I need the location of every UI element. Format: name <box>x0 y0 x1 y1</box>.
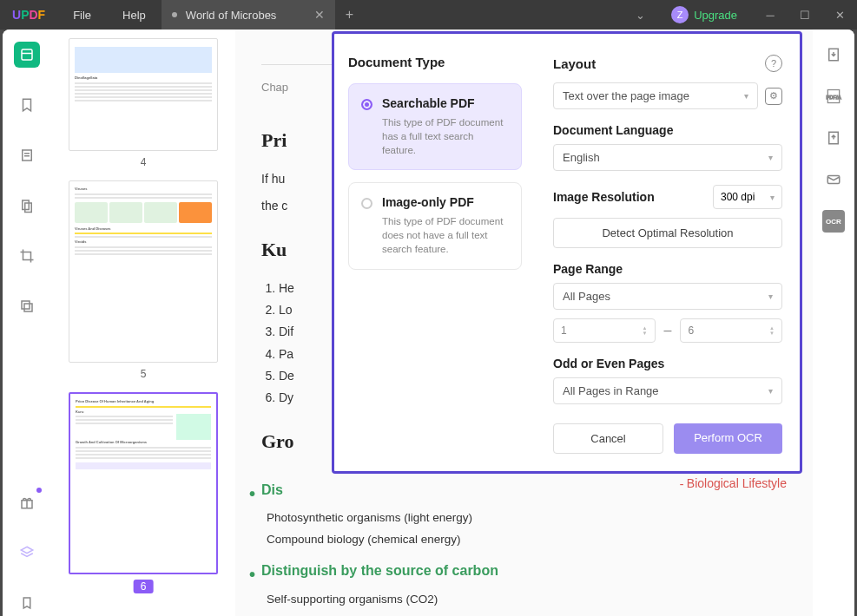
document-type-heading: Document Type <box>348 55 522 69</box>
handwritten-note: - Biological Lifestyle <box>680 473 787 495</box>
radio-icon <box>361 99 372 110</box>
page-from-input[interactable]: 1 ▲▼ <box>553 318 656 343</box>
export-icon[interactable] <box>822 43 845 66</box>
pdf-a-icon[interactable]: PDF/A <box>822 85 845 108</box>
thumbnail-page-5[interactable]: Viruses Viruses And Diseases Viroids 5 <box>69 180 218 380</box>
option-title: Image-only PDF <box>382 195 509 209</box>
spinner-icon[interactable]: ▲▼ <box>643 325 648 336</box>
option-desc: This type of PDF document has a full tex… <box>382 115 509 157</box>
tab-indicator-icon <box>172 12 177 17</box>
language-heading: Document Language <box>553 123 782 137</box>
detect-resolution-button[interactable]: Detect Optimal Resolution <box>553 218 782 248</box>
thumbnails-panel: Dinoflagellata 4 Viruses Viruses And Dis… <box>51 29 235 616</box>
chevron-down-icon: ▾ <box>770 193 775 202</box>
resolution-select[interactable]: 300 dpi▾ <box>713 185 782 209</box>
layout-select[interactable]: Text over the page image▾ <box>553 82 758 109</box>
chevron-down-icon: ▾ <box>744 91 748 101</box>
app-logo: UPDF <box>0 8 57 22</box>
titlebar: UPDF File Help World of Microbes ✕ + ⌄ Z… <box>0 0 857 29</box>
svg-rect-7 <box>22 301 30 309</box>
annotations-tool[interactable] <box>14 142 40 168</box>
option-desc: This type of PDF document does not have … <box>382 214 509 256</box>
odd-even-select[interactable]: All Pages in Range▾ <box>553 377 782 404</box>
searchable-pdf-option[interactable]: Searchable PDF This type of PDF document… <box>348 83 522 170</box>
resolution-heading: Image Resolution <box>553 190 655 204</box>
bookmark-tool[interactable] <box>14 92 40 118</box>
gift-icon[interactable] <box>14 489 40 515</box>
option-title: Searchable PDF <box>382 96 509 110</box>
thumbnail-label: 5 <box>69 368 218 380</box>
page-range-heading: Page Range <box>553 262 782 276</box>
menu-help[interactable]: Help <box>107 9 162 22</box>
thumbnails-tool[interactable] <box>14 42 40 68</box>
cancel-button[interactable]: Cancel <box>553 423 663 454</box>
upgrade-button[interactable]: Z Upgrade <box>663 6 746 23</box>
subheading-carbon: Distinguish by the source of carbon <box>261 559 628 584</box>
chevron-down-icon: ▾ <box>768 153 773 162</box>
close-button[interactable]: ✕ <box>822 0 857 29</box>
perform-ocr-button[interactable]: Perform OCR <box>674 423 782 454</box>
range-separator: – <box>664 323 672 338</box>
svg-text:PDF/A: PDF/A <box>826 95 841 100</box>
stack-icon[interactable] <box>14 540 40 566</box>
tab-title: World of Microbes <box>186 9 277 22</box>
right-toolbar: PDF/A OCR <box>813 29 854 616</box>
layers-tool[interactable] <box>14 293 40 319</box>
mail-icon[interactable] <box>822 168 845 191</box>
left-toolbar <box>3 29 51 616</box>
list-item: Photosynthetic organisms (light energy) <box>267 508 628 528</box>
list-item: Self-supporting organisms (CO2) <box>267 589 628 610</box>
page-range-select[interactable]: All Pages▾ <box>553 283 782 310</box>
radio-icon <box>361 198 372 209</box>
tab-close-button[interactable]: ✕ <box>314 8 325 22</box>
menu-file[interactable]: File <box>57 9 107 22</box>
share-icon[interactable] <box>822 127 845 149</box>
thumbnail-page-6[interactable]: Prion Disease Of Human Inheritance And A… <box>69 392 218 593</box>
document-tab[interactable]: World of Microbes ✕ <box>162 0 335 29</box>
thumbnail-label: 4 <box>69 156 218 168</box>
tabs-dropdown-button[interactable]: ⌄ <box>625 9 656 22</box>
maximize-button[interactable]: ☐ <box>788 0 822 29</box>
language-select[interactable]: English▾ <box>553 144 782 171</box>
thumbnail-label-current: 6 <box>134 580 154 593</box>
thumbnail-page-4[interactable]: Dinoflagellata 4 <box>69 38 218 168</box>
ocr-dialog: Document Type Searchable PDF This type o… <box>332 31 802 474</box>
chevron-down-icon: ▾ <box>768 292 773 301</box>
layout-heading: Layout <box>553 56 596 71</box>
list-item: Compound biology (chemical energy) <box>267 529 628 550</box>
list-item: Heterotrophs (organic carbon such as glu… <box>267 610 628 616</box>
image-only-pdf-option[interactable]: Image-only PDF This type of PDF document… <box>348 182 522 269</box>
svg-rect-8 <box>24 304 32 311</box>
chevron-down-icon: ▾ <box>768 386 773 396</box>
gear-icon[interactable]: ⚙ <box>765 88 782 105</box>
page-to-input[interactable]: 6 ▲▼ <box>680 318 782 343</box>
attachments-tool[interactable] <box>14 193 40 219</box>
subheading-energy: Dis <box>261 478 628 503</box>
odd-even-heading: Odd or Even Pages <box>553 357 782 370</box>
crop-tool[interactable] <box>14 243 40 269</box>
ocr-tool-active[interactable]: OCR <box>822 210 845 233</box>
bookmark-icon[interactable] <box>14 590 40 616</box>
user-avatar: Z <box>671 6 689 23</box>
minimize-button[interactable]: ─ <box>753 0 788 29</box>
upgrade-label: Upgrade <box>694 9 737 22</box>
new-tab-button[interactable]: + <box>335 7 364 23</box>
help-icon[interactable]: ? <box>765 55 782 72</box>
spinner-icon[interactable]: ▲▼ <box>769 325 775 336</box>
svg-rect-0 <box>22 49 32 60</box>
